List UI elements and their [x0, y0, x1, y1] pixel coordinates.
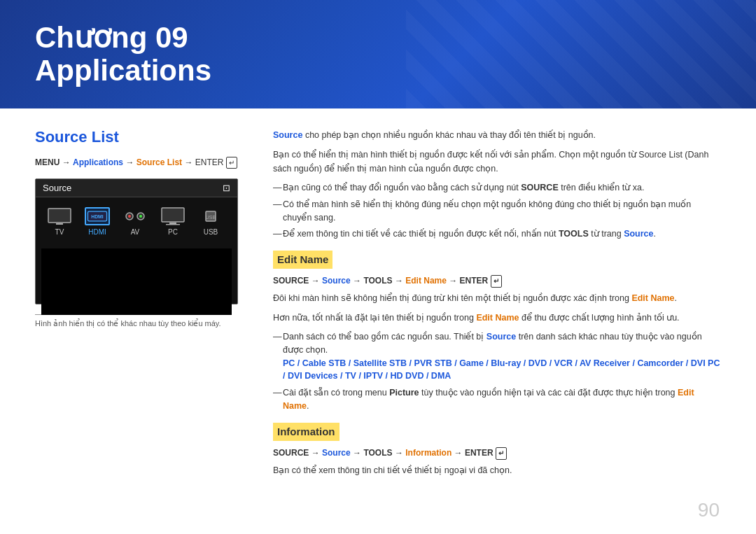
source-btn: SOURCE: [521, 183, 558, 192]
source-item-usb: USB USB: [198, 207, 223, 236]
information-cmd: SOURCE → Source → TOOLS → Information → …: [273, 447, 721, 460]
svg-rect-10: [166, 224, 180, 225]
page-number: 90: [698, 499, 720, 521]
editname-ref3: Edit: [678, 388, 694, 398]
edit-name-cmd: SOURCE → Source → TOOLS → Edit Name → EN…: [273, 274, 721, 288]
source-panel: Source ⊡ TV: [35, 178, 238, 304]
svg-point-6: [128, 215, 131, 218]
right-column: Source cho phép bạn chọn nhiều nguồn khá…: [273, 128, 721, 483]
info-arrow3: →: [395, 448, 405, 458]
source-panel-black: [41, 248, 232, 315]
cmd-source2: Source: [322, 276, 351, 286]
header-banner: Chương 09 Applications: [0, 0, 756, 108]
edit-name-p2: Hơn nữa, tốt nhất là đặt lại tên thiết b…: [273, 311, 721, 325]
information-title-box: Information: [273, 420, 721, 447]
picture-ref: Picture: [389, 388, 419, 398]
bullet1-2: Có thể màn hình sẽ hiển thị không đúng n…: [273, 198, 721, 225]
bullets2: Danh sách có thể bao gồm các nguồn sau. …: [273, 330, 721, 413]
source-panel-title: Source: [43, 183, 71, 193]
tv-label: TV: [55, 228, 64, 236]
editname-ref4: Name: [283, 401, 307, 411]
main-content: Source List MENU → Applications → Source…: [0, 108, 756, 497]
svg-text:HDMI: HDMI: [91, 215, 103, 220]
intro-p2: Bạn có thể hiển thị màn hình thiết bị ng…: [273, 148, 721, 176]
svg-point-7: [139, 215, 142, 218]
bullet1-1: Bạn cũng có thể thay đổi nguồn vào bằng …: [273, 181, 721, 195]
section-title: Source List: [35, 128, 252, 146]
footnote-text: Hình ảnh hiển thị có thể khác nhau tùy t…: [35, 319, 252, 328]
source-panel-header: Source ⊡: [36, 179, 237, 197]
bullet1-3: Để xem thông tin chi tiết về các thiết b…: [273, 227, 721, 241]
enter-icon3: ↵: [496, 447, 507, 460]
cmd-tools: TOOLS: [363, 276, 392, 286]
cmd-arrow4: → ENTER: [449, 276, 490, 286]
info-arrow1: →: [312, 448, 322, 458]
hdmi-icon: HDMI: [85, 207, 110, 225]
source-item-av: AV: [122, 207, 148, 236]
intro-p1-text: cho phép bạn chọn nhiều nguồn khác nhau …: [305, 130, 596, 140]
pc-label: PC: [168, 228, 178, 236]
usb-label: USB: [204, 228, 218, 236]
enter-icon: ↵: [226, 157, 237, 169]
subtitle-label: Applications: [35, 55, 211, 87]
menu-arrow3: → ENTER: [184, 157, 225, 167]
device-list: PC / Cable STB / Satellite STB / PVR STB…: [283, 358, 720, 381]
menu-arrow2: →: [125, 157, 136, 167]
info-source: SOURCE: [273, 448, 309, 458]
edit-name-p1: Đôi khi màn hình sẽ không hiển thị đúng …: [273, 291, 721, 305]
bullets1: Bạn cũng có thể thay đổi nguồn vào bằng …: [273, 181, 721, 241]
menu-path: MENU → Applications → Source List → ENTE…: [35, 156, 252, 169]
svg-rect-0: [48, 209, 71, 223]
source-ref: Source: [624, 229, 653, 239]
cmd-arrow3: →: [395, 276, 405, 286]
info-arrow4: → ENTER: [454, 448, 496, 458]
source-cmd-source: SOURCE: [273, 276, 309, 286]
source-word: Source: [273, 130, 302, 140]
info-name: Information: [405, 448, 451, 458]
cmd-arrow2: →: [353, 276, 363, 286]
left-column: Source List MENU → Applications → Source…: [35, 128, 252, 483]
enter-icon2: ↵: [491, 275, 502, 288]
source-panel-icon: ⊡: [223, 183, 230, 193]
information-p1: Bạn có thể xem thông tin chi tiết về thi…: [273, 463, 721, 477]
intro-p1: Source cho phép bạn chọn nhiều nguồn khá…: [273, 128, 721, 142]
info-arrow2: →: [353, 448, 363, 458]
svg-rect-8: [162, 208, 184, 222]
svg-text:USB: USB: [206, 215, 216, 220]
hdmi-label: HDMI: [88, 228, 106, 236]
chapter-label: Chương 09: [35, 22, 211, 54]
info-source2: Source: [322, 448, 351, 458]
tv-icon: [47, 207, 72, 225]
cmd-arrow1: →: [312, 276, 322, 286]
edit-name-title-box: Edit Name: [273, 248, 721, 274]
menu-source-list: Source List: [136, 157, 182, 167]
av-icon: [122, 207, 148, 225]
info-tools: TOOLS: [363, 448, 392, 458]
editname-ref2: Edit Name: [476, 313, 519, 323]
bullet2-1: Danh sách có thể bao gồm các nguồn sau. …: [273, 330, 721, 383]
menu-label: MENU: [35, 157, 62, 167]
information-section: Information SOURCE → Source → TOOLS → In…: [273, 420, 721, 477]
source-item-tv: TV: [47, 207, 72, 236]
edit-name-title: Edit Name: [273, 251, 332, 269]
usb-icon: USB: [198, 207, 223, 225]
pc-icon: [160, 207, 186, 225]
editname-ref1: Edit Name: [631, 293, 674, 303]
source-ref2: Source: [486, 332, 516, 342]
av-label: AV: [131, 228, 140, 236]
svg-rect-1: [56, 223, 63, 225]
tools-btn: TOOLS: [559, 229, 589, 239]
menu-arrow: →: [62, 157, 73, 167]
bullet2-2: Cài đặt sẵn có trong menu Picture tùy th…: [273, 386, 721, 413]
header-title: Chương 09 Applications: [35, 22, 211, 86]
information-title: Information: [273, 423, 340, 441]
menu-applications: Applications: [73, 157, 123, 167]
source-panel-body: TV HDMI HDMI: [36, 197, 237, 246]
edit-name-section: Edit Name SOURCE → Source → TOOLS → Edit…: [273, 248, 721, 413]
cmd-editname: Edit Name: [405, 276, 447, 286]
source-item-hdmi: HDMI HDMI: [85, 207, 110, 236]
source-item-pc: PC: [160, 207, 186, 236]
